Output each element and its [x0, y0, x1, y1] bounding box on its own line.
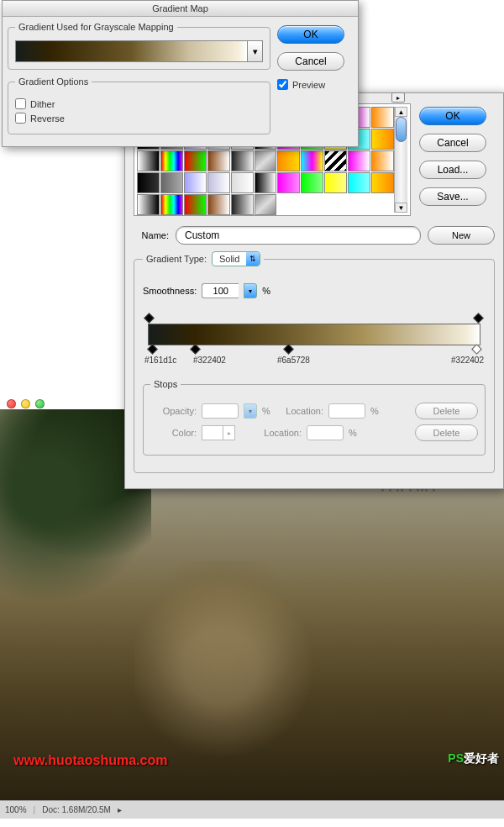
location-label: Location: — [277, 406, 323, 416]
preset-swatch[interactable] — [207, 194, 230, 215]
preset-swatch[interactable] — [231, 150, 254, 171]
gradient-type-select[interactable]: Solid ⇅ — [212, 251, 260, 266]
preset-swatch[interactable] — [371, 150, 394, 171]
preset-swatch[interactable] — [348, 172, 370, 193]
color-stop[interactable] — [192, 345, 200, 355]
smoothness-dropdown-icon[interactable]: ▾ — [244, 283, 257, 298]
cancel-button[interactable]: Cancel — [277, 52, 344, 71]
preset-swatch[interactable] — [184, 172, 207, 193]
info-dropdown-icon[interactable]: ▸ — [118, 805, 122, 814]
location-label: Location: — [255, 428, 302, 438]
color-label: Color: — [150, 428, 197, 438]
preset-swatch[interactable] — [137, 150, 160, 171]
opacity-stop[interactable] — [475, 314, 483, 324]
presets-scrollbar[interactable]: ▲ ▼ — [394, 107, 407, 213]
gradient-options-group: Gradient Options Dither Reverse — [8, 76, 270, 134]
zoom-level[interactable]: 100% — [5, 805, 27, 814]
gradient-dropdown-arrow[interactable]: ▾ — [248, 40, 263, 62]
opacity-dropdown-icon: ▾ — [244, 403, 257, 419]
preset-swatch[interactable] — [160, 150, 183, 171]
stop-hex-label: #6a5728 — [277, 356, 310, 365]
preset-swatch[interactable] — [371, 107, 394, 128]
gradient-type-label: Gradient Type: — [146, 254, 207, 264]
options-legend: Gradient Options — [15, 76, 92, 87]
dither-label: Dither — [30, 99, 55, 109]
preset-swatch[interactable] — [348, 150, 370, 171]
preset-swatch[interactable] — [207, 150, 230, 171]
preset-swatch[interactable] — [137, 172, 160, 193]
location-input[interactable] — [307, 425, 344, 440]
opacity-label: Opacity: — [150, 406, 197, 416]
load-button[interactable]: Load... — [419, 161, 486, 179]
window-controls — [7, 399, 45, 408]
preset-swatch[interactable] — [255, 194, 277, 215]
stops-group: Stops Opacity: ▾ % Location: % Delete Co… — [143, 379, 486, 456]
cancel-button[interactable]: Cancel — [419, 134, 486, 152]
preset-swatch[interactable] — [255, 172, 277, 193]
preset-swatch[interactable] — [371, 172, 394, 193]
preset-swatch[interactable] — [255, 150, 277, 171]
preset-swatch[interactable] — [277, 172, 300, 193]
preset-swatch[interactable] — [301, 150, 323, 171]
pct-label: % — [262, 406, 272, 416]
name-input[interactable] — [176, 226, 421, 245]
preset-swatch[interactable] — [184, 194, 207, 215]
scroll-up-icon[interactable]: ▲ — [395, 107, 407, 117]
pct-label: % — [370, 406, 381, 416]
status-bar: 100% | Doc: 1.68M/20.5M ▸ — [0, 800, 504, 819]
minimize-window-button[interactable] — [21, 399, 30, 408]
grayscale-mapping-group: Gradient Used for Grayscale Mapping ▾ — [8, 22, 270, 70]
grayscale-legend: Gradient Used for Grayscale Mapping — [15, 22, 177, 32]
preset-swatch[interactable] — [207, 172, 230, 193]
color-stop[interactable] — [285, 345, 293, 355]
ok-button[interactable]: OK — [419, 107, 486, 125]
color-dropdown-icon: ▸ — [223, 426, 234, 440]
delete-color-stop-button[interactable]: Delete — [415, 424, 478, 441]
pct-label: % — [349, 428, 359, 438]
smoothness-input[interactable] — [202, 283, 239, 298]
dialog-title: Gradient Map — [3, 1, 358, 17]
presets-menu-icon[interactable]: ▸ — [391, 92, 405, 103]
preset-swatch[interactable] — [160, 194, 183, 215]
preset-swatch[interactable] — [184, 150, 207, 171]
name-label: Name: — [134, 230, 169, 240]
preset-swatch[interactable] — [231, 172, 254, 193]
stops-legend: Stops — [150, 379, 181, 389]
preset-swatch[interactable] — [371, 129, 394, 150]
scroll-thumb[interactable] — [396, 117, 407, 142]
reverse-checkbox[interactable] — [15, 113, 26, 124]
preview-checkbox[interactable] — [277, 79, 288, 90]
gradient-preview[interactable] — [15, 40, 248, 62]
ok-button[interactable]: OK — [277, 25, 344, 44]
close-window-button[interactable] — [7, 399, 16, 408]
stop-hex-label: #161d1c — [144, 356, 176, 365]
scroll-down-icon[interactable]: ▼ — [395, 203, 407, 213]
opacity-stop[interactable] — [145, 314, 154, 324]
new-button[interactable]: New — [428, 226, 495, 245]
watermark-logo: PS爱好者 — [448, 751, 499, 766]
preset-swatch[interactable] — [137, 194, 160, 215]
color-well[interactable]: ▸ — [202, 425, 235, 440]
location-input[interactable] — [328, 403, 365, 419]
doc-info: Doc: 1.68M/20.5M — [42, 805, 111, 814]
dither-checkbox[interactable] — [15, 98, 26, 109]
gradient-editor-dialog: ▸ ▲ ▼ OK Cancel Load... Save... Name: Ne… — [124, 92, 504, 489]
stop-hex-label: #322402 — [193, 356, 226, 365]
gradient-bar[interactable] — [148, 324, 480, 345]
preset-swatch[interactable] — [301, 172, 323, 193]
preset-swatch[interactable] — [160, 172, 183, 193]
preset-swatch[interactable] — [231, 194, 254, 215]
gradient-map-dialog: Gradient Map Gradient Used for Grayscale… — [2, 0, 359, 147]
color-stop[interactable] — [473, 345, 481, 355]
opacity-input[interactable] — [202, 403, 239, 419]
preset-swatch[interactable] — [324, 150, 347, 171]
gradient-type-group: Gradient Type: Solid ⇅ Smoothness: ▾ % # — [134, 251, 495, 473]
preset-swatch[interactable] — [277, 150, 300, 171]
save-button[interactable]: Save... — [419, 187, 486, 206]
preview-label: Preview — [292, 80, 325, 90]
delete-opacity-stop-button[interactable]: Delete — [415, 403, 478, 419]
color-stop[interactable] — [149, 345, 157, 355]
preset-swatch[interactable] — [324, 172, 347, 193]
zoom-window-button[interactable] — [35, 399, 45, 408]
chevron-updown-icon: ⇅ — [246, 252, 260, 266]
